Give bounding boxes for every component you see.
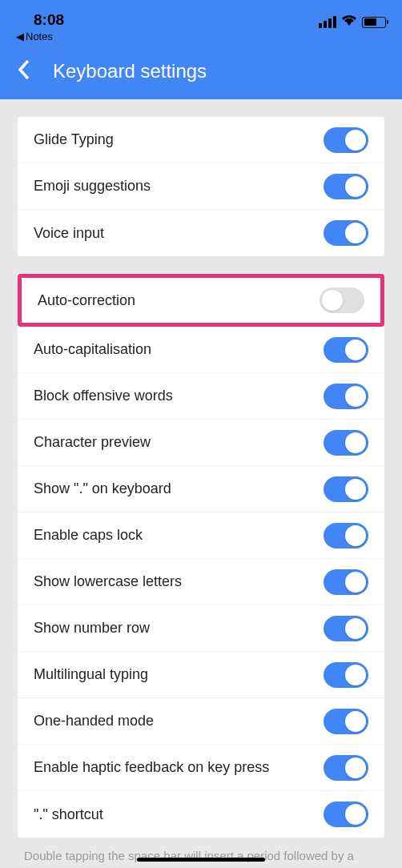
app-header: Keyboard settings (0, 43, 402, 99)
highlighted-row-container: Auto-correction (18, 274, 384, 327)
toggle-knob (345, 618, 366, 639)
toggle-knob (345, 572, 366, 593)
status-time: 8:08 (16, 11, 64, 29)
settings-row-show-on-keyboard[interactable]: Show "." on keyboard (18, 466, 384, 512)
row-label: Glide Typing (34, 131, 114, 148)
toggle-auto-capitalisation[interactable] (324, 337, 368, 363)
settings-row-character-preview[interactable]: Character preview (18, 420, 384, 466)
toggle-knob (345, 340, 366, 360)
toggle-knob (345, 711, 366, 732)
row-label: Voice input (34, 225, 104, 242)
settings-row-emoji-suggestions[interactable]: Emoji suggestions (18, 163, 384, 210)
back-button[interactable] (18, 59, 30, 83)
row-label: Emoji suggestions (34, 178, 151, 195)
row-label: Auto-capitalisation (34, 341, 151, 358)
settings-row-voice-input[interactable]: Voice input (18, 210, 384, 256)
battery-icon (362, 17, 386, 28)
back-triangle-icon: ◀ (16, 30, 24, 42)
toggle-knob (345, 223, 366, 243)
toggle-knob (322, 290, 343, 311)
toggle-knob (345, 479, 366, 500)
toggle-show-number-row[interactable] (324, 616, 368, 641)
settings-row-glide-typing[interactable]: Glide Typing (18, 117, 384, 163)
signal-icon (319, 16, 336, 28)
settings-row-show-number-row[interactable]: Show number row (18, 605, 384, 652)
settings-section-1: Glide TypingEmoji suggestionsVoice input (18, 117, 384, 256)
settings-row-one-handed-mode[interactable]: One-handed mode (18, 698, 384, 745)
settings-content: Glide TypingEmoji suggestionsVoice input… (0, 117, 402, 862)
toggle-show-lowercase-letters[interactable] (324, 569, 368, 595)
toggle-block-offensive-words[interactable] (324, 384, 368, 409)
row-label: Character preview (34, 434, 151, 451)
settings-row-enable-haptic-feedback-on-key-press[interactable]: Enable haptic feedback on key press (18, 745, 384, 791)
wifi-icon (341, 14, 357, 30)
toggle-shortcut[interactable] (324, 802, 368, 827)
row-label: Multilingual typing (34, 666, 148, 683)
toggle-knob (345, 757, 366, 778)
toggle-enable-caps-lock[interactable] (324, 523, 368, 549)
settings-row-block-offensive-words[interactable]: Block offensive words (18, 373, 384, 420)
row-label: Show number row (34, 620, 150, 637)
back-app-label: Notes (26, 30, 53, 42)
row-label: Enable haptic feedback on key press (34, 759, 269, 776)
row-label: Block offensive words (34, 388, 173, 404)
toggle-emoji-suggestions[interactable] (324, 174, 368, 199)
settings-row-show-lowercase-letters[interactable]: Show lowercase letters (18, 559, 384, 605)
toggle-character-preview[interactable] (324, 430, 368, 456)
home-indicator[interactable] (137, 858, 265, 862)
row-label: Auto-correction (38, 292, 135, 309)
toggle-knob (345, 130, 366, 151)
toggle-knob (345, 386, 366, 407)
status-left: 8:08 ◀ Notes (16, 11, 64, 42)
settings-section-2: Auto-capitalisationBlock offensive words… (18, 327, 384, 838)
status-back-app[interactable]: ◀ Notes (16, 30, 64, 42)
settings-row-multilingual-typing[interactable]: Multilingual typing (18, 652, 384, 698)
settings-row-shortcut[interactable]: "." shortcut (18, 791, 384, 838)
row-label: Show lowercase letters (34, 573, 182, 590)
settings-row-auto-correction[interactable]: Auto-correction (22, 278, 380, 323)
toggle-one-handed-mode[interactable] (324, 709, 368, 734)
page-title: Keyboard settings (53, 60, 207, 82)
toggle-glide-typing[interactable] (324, 127, 368, 153)
row-label: One-handed mode (34, 713, 154, 729)
toggle-knob (345, 432, 366, 453)
toggle-voice-input[interactable] (324, 220, 368, 246)
settings-row-auto-capitalisation[interactable]: Auto-capitalisation (18, 327, 384, 373)
row-label: Enable caps lock (34, 527, 143, 544)
toggle-multilingual-typing[interactable] (324, 662, 368, 688)
status-right (319, 11, 386, 30)
status-bar: 8:08 ◀ Notes (0, 0, 402, 43)
row-label: Show "." on keyboard (34, 480, 171, 497)
toggle-show-on-keyboard[interactable] (324, 476, 368, 502)
toggle-knob (345, 525, 366, 546)
toggle-enable-haptic-feedback-on-key-press[interactable] (324, 755, 368, 781)
toggle-knob (345, 804, 366, 825)
toggle-knob (345, 665, 366, 685)
toggle-auto-correction[interactable] (320, 287, 364, 313)
toggle-knob (345, 176, 366, 197)
row-label: "." shortcut (34, 806, 103, 823)
settings-row-enable-caps-lock[interactable]: Enable caps lock (18, 512, 384, 559)
